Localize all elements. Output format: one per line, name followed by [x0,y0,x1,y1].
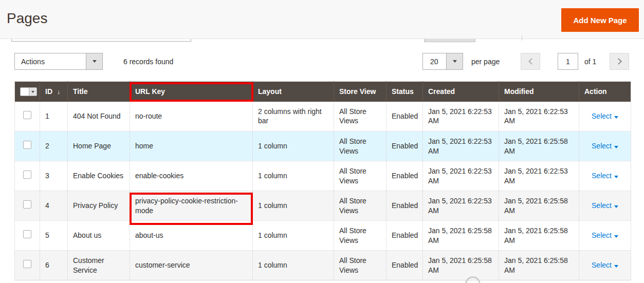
cell-id: 5 [40,221,68,251]
column-header-status[interactable]: Status [387,82,423,102]
cell-status: Enabled [387,251,423,280]
cell-title: Home Page [68,131,130,161]
total-pages-label: of 1 [584,58,596,66]
row-checkbox[interactable] [23,230,31,238]
row-checkbox-cell [15,161,40,191]
row-checkbox[interactable] [23,200,31,209]
cell-modified: Jan 5, 2021 6:25:58 AM [499,191,579,221]
column-header-modified[interactable]: Modified [499,82,579,102]
select-action-label: Select [592,142,612,150]
table-row[interactable]: 1 404 Not Found no-route 2 columns with … [15,102,631,131]
select-all-caret[interactable] [29,88,36,96]
cell-modified: Jan 5, 2021 6:22:53 AM [499,161,579,191]
cell-title: About us [68,221,130,251]
chevron-right-icon [615,58,622,65]
cell-store-view: All Store Views [334,131,387,161]
previous-page-button[interactable] [521,53,540,70]
cell-created: Jan 5, 2021 6:22:53 AM [423,191,499,221]
column-header-title[interactable]: Title [68,82,130,102]
select-action-link[interactable]: Select [592,261,618,269]
cell-layout: 1 column [253,131,334,161]
cell-store-view: All Store Views [334,221,387,251]
next-page-button[interactable] [610,53,629,70]
row-checkbox[interactable] [23,171,31,179]
cell-layout: 1 column [253,221,334,251]
column-header-id[interactable]: ID↓ [40,82,68,102]
column-header-action[interactable]: Action [579,82,631,102]
cell-action: Select [579,102,631,131]
per-page-caret[interactable] [446,53,463,69]
actions-dropdown-value: Actions [15,53,45,69]
table-row[interactable]: 4 Privacy Policy privacy-policy-cookie-r… [15,191,631,221]
column-header-store-view[interactable]: Store View [334,82,387,102]
pages-grid: ID↓ Title URL Key Layout Store View Stat… [14,81,631,280]
page-header: Pages Add New Page [0,0,644,39]
cell-modified: Jan 5, 2021 6:25:58 AM [499,221,579,251]
chevron-down-icon [614,265,618,268]
select-action-link[interactable]: Select [592,201,618,210]
chevron-down-icon [453,60,457,63]
cell-status: Enabled [387,102,423,131]
column-header-layout[interactable]: Layout [253,82,334,102]
chevron-left-icon [528,58,535,65]
chevron-down-icon [93,60,97,63]
cell-layout: 1 column [253,191,334,221]
actions-dropdown[interactable]: Actions [14,53,103,70]
table-row[interactable]: 5 About us about-us 1 column All Store V… [15,221,631,251]
actions-dropdown-caret[interactable] [86,53,102,69]
cell-id: 4 [40,191,68,221]
column-header-id-label: ID [45,87,52,96]
per-page-label: per page [471,58,500,66]
chevron-down-icon [614,116,618,119]
cell-action: Select [579,251,631,280]
row-checkbox[interactable] [23,260,31,268]
row-checkbox-cell [15,251,40,280]
row-checkbox-cell [15,191,40,221]
pages-grid-screen: Pages Add New Page Actions 6 records fou… [0,0,644,283]
select-all-control[interactable] [20,87,37,96]
cell-title: 404 Not Found [68,102,130,131]
select-action-label: Select [592,261,612,269]
select-action-link[interactable]: Select [592,172,618,180]
cell-status: Enabled [387,131,423,161]
cell-url-key: customer-service [130,251,253,280]
table-row[interactable]: 3 Enable Cookies enable-cookies 1 column… [15,161,631,191]
column-header-created[interactable]: Created [423,82,499,102]
cell-url-key: no-route [130,102,253,131]
row-checkbox[interactable] [23,111,31,119]
select-action-label: Select [592,201,612,210]
cell-created: Jan 5, 2021 6:22:53 AM [423,102,499,131]
row-checkbox[interactable] [23,141,31,149]
cell-store-view: All Store Views [334,251,387,280]
select-all-checkbox[interactable] [21,88,29,96]
cell-title: Enable Cookies [68,161,130,191]
cell-created: Jan 5, 2021 6:22:53 AM [423,131,499,161]
current-page-input[interactable] [558,53,578,70]
cell-url-key: home [130,131,253,161]
chevron-down-icon [614,235,618,238]
cell-url-key: enable-cookies [130,161,253,191]
cell-action: Select [579,221,631,251]
select-action-link[interactable]: Select [592,112,618,120]
add-new-page-button[interactable]: Add New Page [561,8,639,32]
cell-id: 1 [40,102,68,131]
chevron-down-icon [614,146,618,148]
chevron-down-icon [31,91,34,93]
cell-title: Privacy Policy [68,191,130,221]
cell-created: Jan 5, 2021 6:22:53 AM [423,161,499,191]
column-header-url-key[interactable]: URL Key [130,82,253,102]
row-checkbox-cell [15,131,40,161]
cell-layout: 1 column [253,161,334,191]
cell-modified: Jan 5, 2021 6:25:58 AM [499,131,579,161]
chevron-down-icon [614,205,618,208]
select-action-link[interactable]: Select [592,231,618,239]
sort-descending-icon: ↓ [57,88,61,96]
per-page-dropdown[interactable]: 20 [422,53,463,70]
cell-store-view: All Store Views [334,161,387,191]
table-row[interactable]: 2 Home Page home 1 column All Store View… [15,131,631,161]
cell-id: 2 [40,131,68,161]
cell-action: Select [579,191,631,221]
table-row[interactable]: 6 Customer Service customer-service 1 co… [15,251,631,280]
cell-layout: 1 column [253,251,334,280]
select-action-link[interactable]: Select [592,142,618,150]
